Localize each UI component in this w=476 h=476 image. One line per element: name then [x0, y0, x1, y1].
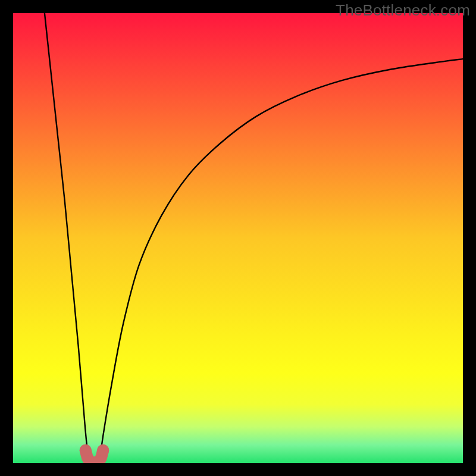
gradient-background: [13, 13, 463, 463]
watermark-text: TheBottleneck.com: [336, 1, 470, 20]
svg-point-1: [97, 444, 109, 456]
plot-area: [13, 13, 463, 463]
chart-frame: TheBottleneck.com: [0, 0, 476, 476]
svg-point-0: [80, 444, 92, 456]
bottleneck-curve-chart: [13, 13, 463, 463]
